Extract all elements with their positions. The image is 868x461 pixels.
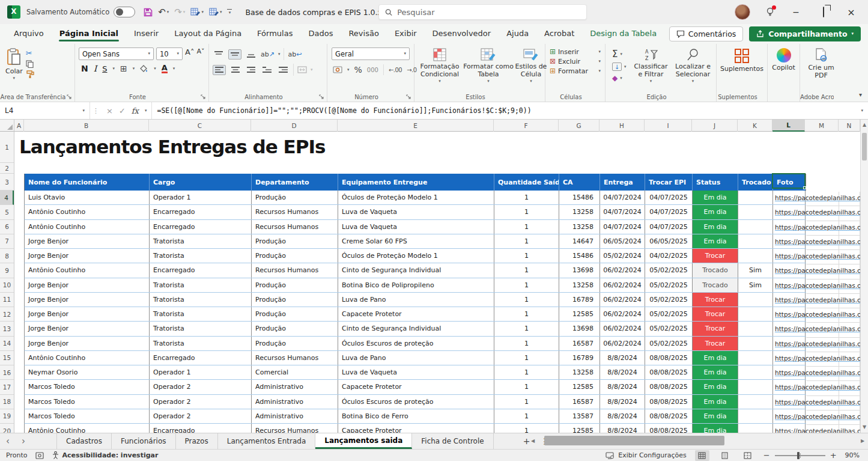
cell[interactable]: 04/07/2025 xyxy=(645,220,693,234)
cell[interactable]: Em dia xyxy=(693,424,738,433)
cell-styles-button[interactable]: Estilos de Célula ▾ xyxy=(514,47,548,91)
horizontal-scroll-track[interactable] xyxy=(538,433,857,449)
minimize-button[interactable]: − xyxy=(790,7,802,17)
ribbon-tab-inserir[interactable]: Inserir xyxy=(126,25,166,43)
cell[interactable]: 12585 xyxy=(559,424,600,433)
table-header-ca[interactable]: CA xyxy=(559,174,600,191)
merge-center-button[interactable] xyxy=(297,66,307,73)
table-header-cargo[interactable]: Cargo xyxy=(150,174,252,191)
cell[interactable]: Trocar xyxy=(693,337,738,350)
cell[interactable]: 06/02/2024 xyxy=(600,263,645,277)
cell[interactable]: 08/08/2025 xyxy=(645,365,693,379)
foto-link[interactable]: https://pacotedeplanilhas.c xyxy=(775,263,860,278)
cell[interactable]: Antônio Coutinho xyxy=(25,220,150,234)
align-top-button[interactable] xyxy=(213,50,225,59)
cell[interactable] xyxy=(738,205,773,219)
cell[interactable]: https://pacotedeplanilhas.c xyxy=(773,351,806,365)
align-right-button[interactable] xyxy=(245,66,257,75)
column-header-L[interactable]: L xyxy=(772,120,805,132)
table-header-trocado[interactable]: Trocado xyxy=(738,174,773,191)
cell[interactable]: Administrativo xyxy=(252,395,338,409)
cell[interactable]: Jorge Benjor xyxy=(25,249,150,263)
cell[interactable]: Tratorista xyxy=(150,249,252,263)
cell[interactable]: Luva de Pano xyxy=(338,293,494,307)
restore-button[interactable] xyxy=(818,7,830,17)
foto-link[interactable]: https://pacotedeplanilhas.c xyxy=(775,395,860,409)
cell[interactable]: 1 xyxy=(494,365,559,379)
cell[interactable] xyxy=(738,307,773,321)
cell[interactable]: Em dia xyxy=(693,220,738,234)
sheet-tab-cadastros[interactable]: Cadastros xyxy=(56,433,112,449)
table-header-entrega[interactable]: Entrega xyxy=(600,174,645,191)
ribbon-tab-acrobat[interactable]: Acrobat xyxy=(536,25,582,43)
delete-cells-button[interactable]: ⊠Excluir▾ xyxy=(548,56,602,66)
cell[interactable] xyxy=(738,380,773,394)
customize-quick-access-button[interactable]: ▾ xyxy=(227,9,232,15)
copy-button[interactable] xyxy=(26,60,34,68)
column-header-G[interactable]: G xyxy=(559,120,599,132)
confirm-entry-button[interactable]: ✓ xyxy=(119,106,126,115)
cell[interactable]: Recursos Humanos xyxy=(252,351,338,365)
cell[interactable]: Produção xyxy=(252,337,338,350)
cell[interactable]: Em dia xyxy=(693,409,738,423)
cell[interactable]: 8/8/2024 xyxy=(600,395,645,409)
cell[interactable]: 13258 xyxy=(559,278,600,292)
conditional-formatting-button[interactable]: Formatação Condicional ▾ xyxy=(417,47,463,91)
cell[interactable]: 1 xyxy=(494,337,559,350)
cell[interactable]: 05/02/2025 xyxy=(645,263,693,277)
user-avatar[interactable] xyxy=(735,4,750,20)
cell[interactable] xyxy=(738,351,773,365)
comma-style-button[interactable]: 000 xyxy=(367,67,378,73)
row-header-8[interactable]: 8 xyxy=(0,249,14,263)
clear-button[interactable]: ◆▾ xyxy=(610,73,628,83)
increase-indent-button[interactable] xyxy=(277,66,290,75)
cell[interactable]: 12585 xyxy=(559,307,600,321)
share-button[interactable]: Compartilhamento ▾ xyxy=(749,26,861,41)
table-tool-button-1[interactable]: ▾ xyxy=(190,8,204,16)
orientation-button[interactable]: ab↗ xyxy=(261,50,275,58)
cell[interactable]: Em dia xyxy=(693,395,738,409)
font-name-select[interactable]: Open Sans▾ xyxy=(79,47,154,60)
row-header-9[interactable]: 9 xyxy=(0,263,14,278)
cell[interactable]: 1 xyxy=(494,220,559,234)
cell[interactable]: Produção xyxy=(252,322,338,335)
cell[interactable]: Comercial xyxy=(252,365,338,379)
cell[interactable]: 05/02/2025 xyxy=(645,278,693,292)
cell[interactable]: 08/08/2025 xyxy=(645,395,693,409)
cell[interactable]: 13258 xyxy=(559,220,600,234)
cell[interactable]: Antônio Coutinho xyxy=(25,351,150,365)
cell[interactable]: Administrativo xyxy=(252,380,338,394)
row-header-1[interactable]: 1 xyxy=(0,132,14,163)
sheet-tab-ficha-de-controle[interactable]: Ficha de Controle xyxy=(412,433,493,449)
cell[interactable]: Antônio Coutinho xyxy=(25,263,150,277)
cell[interactable] xyxy=(738,293,773,307)
table-header-status[interactable]: Status xyxy=(693,174,738,191)
cell[interactable]: 1 xyxy=(494,395,559,409)
row-header-16[interactable]: 16 xyxy=(0,365,14,380)
cell[interactable]: Produção xyxy=(252,249,338,263)
increase-decimal-button[interactable]: ←.00 xyxy=(389,67,402,73)
chevron-down-icon[interactable]: ▾ xyxy=(347,68,350,72)
borders-button[interactable]: ⊞ xyxy=(120,64,127,73)
cell[interactable]: 1 xyxy=(494,191,559,204)
select-all-corner[interactable] xyxy=(0,120,14,132)
percent-style-button[interactable]: % xyxy=(354,65,362,75)
sort-filter-button[interactable]: AZ Classificar e Filtrar ▾ xyxy=(631,47,672,91)
font-dialog-launcher[interactable] xyxy=(201,94,206,100)
cell[interactable]: https://pacotedeplanilhas.c xyxy=(773,307,806,321)
foto-link[interactable]: https://pacotedeplanilhas.c xyxy=(775,293,860,307)
zoom-slider[interactable] xyxy=(775,455,825,456)
cell[interactable]: https://pacotedeplanilhas.c xyxy=(773,337,806,350)
cell[interactable]: 05/02/2024 xyxy=(600,249,645,263)
horizontal-scrollbar[interactable]: ◀ ▶ xyxy=(527,433,868,449)
ribbon-tab-arquivo[interactable]: Arquivo xyxy=(6,25,52,43)
cell[interactable]: 08/08/2025 xyxy=(645,424,693,433)
sheet-tab-lancamentos-entrada[interactable]: Lançamentos Entrada xyxy=(218,433,316,449)
autosave-toggle[interactable] xyxy=(114,7,135,17)
chevron-down-icon[interactable]: ▾ xyxy=(173,67,175,71)
chevron-down-icon[interactable]: ▾ xyxy=(201,10,204,14)
cell[interactable]: 1 xyxy=(494,322,559,335)
cell[interactable]: 08/08/2025 xyxy=(645,409,693,423)
cell[interactable] xyxy=(738,409,773,423)
scroll-left-arrow[interactable]: ◀ xyxy=(527,438,538,444)
